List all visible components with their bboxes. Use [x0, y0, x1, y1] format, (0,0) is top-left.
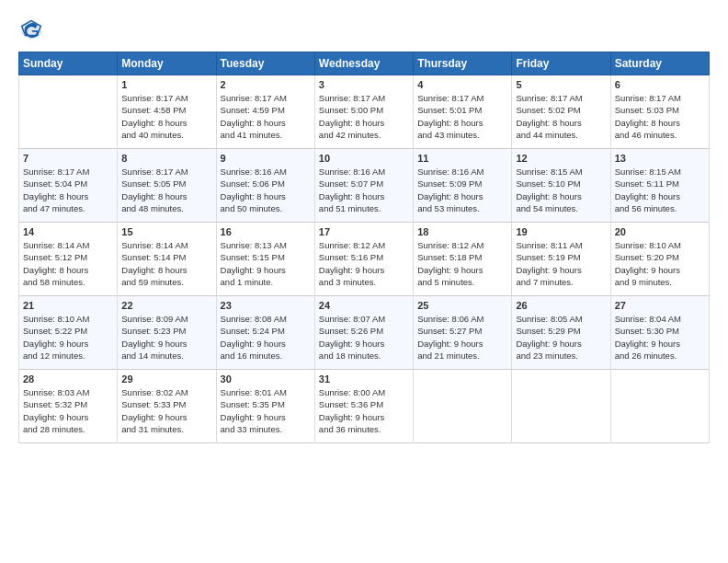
- calendar-cell: 17Sunrise: 8:12 AMSunset: 5:16 PMDayligh…: [314, 223, 413, 296]
- cell-text: Sunrise: 8:17 AMSunset: 5:01 PMDaylight:…: [417, 92, 507, 141]
- header-row: SundayMondayTuesdayWednesdayThursdayFrid…: [19, 52, 710, 75]
- calendar-cell: 7Sunrise: 8:17 AMSunset: 5:04 PMDaylight…: [19, 149, 118, 223]
- cell-text: Sunrise: 8:16 AMSunset: 5:09 PMDaylight:…: [417, 166, 507, 214]
- day-number: 23: [221, 300, 311, 311]
- day-number: 14: [23, 226, 113, 237]
- cell-text: Sunrise: 8:17 AMSunset: 5:02 PMDaylight:…: [516, 92, 606, 141]
- calendar-cell: 13Sunrise: 8:15 AMSunset: 5:11 PMDayligh…: [610, 149, 709, 223]
- calendar-cell: 23Sunrise: 8:08 AMSunset: 5:24 PMDayligh…: [216, 296, 314, 370]
- calendar-cell: 11Sunrise: 8:16 AMSunset: 5:09 PMDayligh…: [414, 149, 512, 223]
- day-number: 6: [615, 79, 705, 90]
- calendar-cell: 18Sunrise: 8:12 AMSunset: 5:18 PMDayligh…: [414, 223, 512, 296]
- logo: [18, 17, 48, 42]
- calendar-cell: 1Sunrise: 8:17 AMSunset: 4:58 PMDaylight…: [118, 75, 216, 149]
- cell-text: Sunrise: 8:17 AMSunset: 5:03 PMDaylight:…: [615, 92, 705, 141]
- day-number: 22: [121, 300, 211, 311]
- calendar-cell: 27Sunrise: 8:04 AMSunset: 5:30 PMDayligh…: [610, 296, 709, 370]
- cell-text: Sunrise: 8:00 AMSunset: 5:36 PMDaylight:…: [319, 386, 409, 435]
- cell-text: Sunrise: 8:03 AMSunset: 5:32 PMDaylight:…: [23, 386, 113, 435]
- day-number: 8: [121, 153, 211, 164]
- day-number: 19: [516, 226, 606, 237]
- day-number: 11: [417, 153, 507, 164]
- calendar-cell: 26Sunrise: 8:05 AMSunset: 5:29 PMDayligh…: [512, 296, 610, 370]
- calendar-body: 1Sunrise: 8:17 AMSunset: 4:58 PMDaylight…: [19, 75, 710, 443]
- cell-text: Sunrise: 8:09 AMSunset: 5:23 PMDaylight:…: [121, 313, 211, 362]
- col-header-friday: Friday: [512, 52, 610, 75]
- day-number: 24: [319, 300, 409, 311]
- calendar-cell: 2Sunrise: 8:17 AMSunset: 4:59 PMDaylight…: [216, 75, 314, 149]
- header: [18, 17, 710, 42]
- day-number: 15: [121, 226, 211, 237]
- col-header-saturday: Saturday: [610, 52, 709, 75]
- day-number: 18: [417, 226, 507, 237]
- calendar-cell: 8Sunrise: 8:17 AMSunset: 5:05 PMDaylight…: [118, 149, 216, 223]
- col-header-tuesday: Tuesday: [216, 52, 314, 75]
- calendar-cell: 14Sunrise: 8:14 AMSunset: 5:12 PMDayligh…: [19, 223, 118, 296]
- cell-text: Sunrise: 8:16 AMSunset: 5:07 PMDaylight:…: [319, 166, 409, 214]
- cell-text: Sunrise: 8:14 AMSunset: 5:14 PMDaylight:…: [121, 239, 211, 288]
- day-number: 25: [417, 300, 507, 311]
- calendar-table: SundayMondayTuesdayWednesdayThursdayFrid…: [18, 52, 710, 443]
- week-row-0: 1Sunrise: 8:17 AMSunset: 4:58 PMDaylight…: [19, 75, 710, 149]
- day-number: 9: [221, 153, 311, 164]
- calendar-cell: 16Sunrise: 8:13 AMSunset: 5:15 PMDayligh…: [216, 223, 314, 296]
- calendar-cell: [610, 370, 709, 443]
- week-row-1: 7Sunrise: 8:17 AMSunset: 5:04 PMDaylight…: [19, 149, 710, 223]
- cell-text: Sunrise: 8:05 AMSunset: 5:29 PMDaylight:…: [516, 313, 606, 362]
- calendar-cell: 25Sunrise: 8:06 AMSunset: 5:27 PMDayligh…: [414, 296, 512, 370]
- calendar-cell: 6Sunrise: 8:17 AMSunset: 5:03 PMDaylight…: [610, 75, 709, 149]
- week-row-2: 14Sunrise: 8:14 AMSunset: 5:12 PMDayligh…: [19, 223, 710, 296]
- day-number: 5: [516, 79, 606, 90]
- calendar-cell: 24Sunrise: 8:07 AMSunset: 5:26 PMDayligh…: [314, 296, 413, 370]
- week-row-3: 21Sunrise: 8:10 AMSunset: 5:22 PMDayligh…: [19, 296, 710, 370]
- calendar-cell: [512, 370, 610, 443]
- cell-text: Sunrise: 8:12 AMSunset: 5:16 PMDaylight:…: [319, 239, 409, 288]
- col-header-sunday: Sunday: [19, 52, 118, 75]
- cell-text: Sunrise: 8:17 AMSunset: 5:04 PMDaylight:…: [23, 166, 113, 214]
- day-number: 29: [121, 373, 211, 385]
- day-number: 28: [23, 373, 113, 385]
- cell-text: Sunrise: 8:15 AMSunset: 5:10 PMDaylight:…: [516, 166, 606, 214]
- calendar-cell: 19Sunrise: 8:11 AMSunset: 5:19 PMDayligh…: [512, 223, 610, 296]
- calendar-cell: 31Sunrise: 8:00 AMSunset: 5:36 PMDayligh…: [314, 370, 413, 443]
- day-number: 27: [615, 300, 705, 311]
- calendar-header: SundayMondayTuesdayWednesdayThursdayFrid…: [19, 52, 710, 75]
- calendar-cell: 4Sunrise: 8:17 AMSunset: 5:01 PMDaylight…: [414, 75, 512, 149]
- calendar-cell: 12Sunrise: 8:15 AMSunset: 5:10 PMDayligh…: [512, 149, 610, 223]
- day-number: 4: [417, 79, 507, 90]
- calendar-cell: 29Sunrise: 8:02 AMSunset: 5:33 PMDayligh…: [118, 370, 216, 443]
- cell-text: Sunrise: 8:13 AMSunset: 5:15 PMDaylight:…: [221, 239, 311, 288]
- day-number: 21: [23, 300, 113, 311]
- day-number: 17: [319, 226, 409, 237]
- cell-text: Sunrise: 8:07 AMSunset: 5:26 PMDaylight:…: [319, 313, 409, 362]
- cell-text: Sunrise: 8:12 AMSunset: 5:18 PMDaylight:…: [417, 239, 507, 288]
- day-number: 3: [319, 79, 409, 90]
- cell-text: Sunrise: 8:17 AMSunset: 4:59 PMDaylight:…: [221, 92, 311, 141]
- cell-text: Sunrise: 8:10 AMSunset: 5:22 PMDaylight:…: [23, 313, 113, 362]
- cell-text: Sunrise: 8:06 AMSunset: 5:27 PMDaylight:…: [417, 313, 507, 362]
- col-header-wednesday: Wednesday: [314, 52, 413, 75]
- cell-text: Sunrise: 8:04 AMSunset: 5:30 PMDaylight:…: [615, 313, 705, 362]
- day-number: 26: [516, 300, 606, 311]
- col-header-thursday: Thursday: [414, 52, 512, 75]
- day-number: 12: [516, 153, 606, 164]
- day-number: 7: [23, 153, 113, 164]
- day-number: 20: [615, 226, 705, 237]
- cell-text: Sunrise: 8:17 AMSunset: 5:00 PMDaylight:…: [319, 92, 409, 141]
- cell-text: Sunrise: 8:17 AMSunset: 5:05 PMDaylight:…: [121, 166, 211, 214]
- calendar-cell: 3Sunrise: 8:17 AMSunset: 5:00 PMDaylight…: [314, 75, 413, 149]
- calendar-cell: [19, 75, 118, 149]
- cell-text: Sunrise: 8:01 AMSunset: 5:35 PMDaylight:…: [221, 386, 311, 435]
- calendar-cell: 15Sunrise: 8:14 AMSunset: 5:14 PMDayligh…: [118, 223, 216, 296]
- day-number: 1: [121, 79, 211, 90]
- cell-text: Sunrise: 8:14 AMSunset: 5:12 PMDaylight:…: [23, 239, 113, 288]
- day-number: 16: [221, 226, 311, 237]
- calendar-cell: 5Sunrise: 8:17 AMSunset: 5:02 PMDaylight…: [512, 75, 610, 149]
- cell-text: Sunrise: 8:02 AMSunset: 5:33 PMDaylight:…: [121, 386, 211, 435]
- calendar-cell: 22Sunrise: 8:09 AMSunset: 5:23 PMDayligh…: [118, 296, 216, 370]
- calendar-cell: 9Sunrise: 8:16 AMSunset: 5:06 PMDaylight…: [216, 149, 314, 223]
- day-number: 13: [615, 153, 705, 164]
- page: SundayMondayTuesdayWednesdayThursdayFrid…: [0, 0, 728, 453]
- cell-text: Sunrise: 8:08 AMSunset: 5:24 PMDaylight:…: [221, 313, 311, 362]
- week-row-4: 28Sunrise: 8:03 AMSunset: 5:32 PMDayligh…: [19, 370, 710, 443]
